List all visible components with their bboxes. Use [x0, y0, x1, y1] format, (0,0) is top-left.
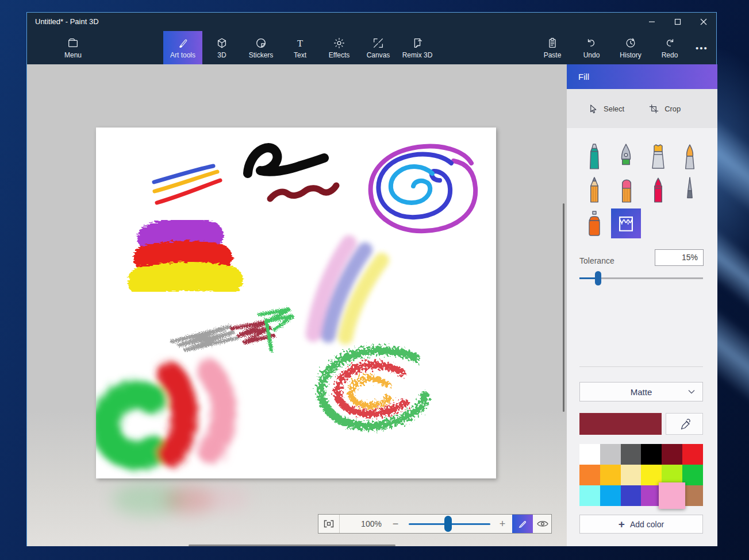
- zoom-in-button[interactable]: +: [494, 515, 510, 533]
- canvas-reflection: [202, 486, 248, 511]
- tolerance-input[interactable]: 15%: [655, 249, 704, 266]
- effects-sun-icon: [333, 37, 345, 49]
- palette-swatch[interactable]: [682, 465, 703, 485]
- close-button[interactable]: [690, 13, 716, 31]
- horizontal-scrollbar[interactable]: [189, 544, 395, 546]
- zoom-bar: 100% − +: [318, 514, 552, 534]
- panel-header: Fill: [567, 64, 717, 89]
- canvas-artwork: [96, 128, 496, 478]
- finish-value: Matte: [631, 387, 652, 397]
- brush-watercolour[interactable]: [674, 140, 705, 173]
- stroke-oil: [142, 231, 229, 281]
- stroke-crayon-scribble: [172, 309, 293, 350]
- fit-to-view-button[interactable]: [318, 515, 340, 533]
- tab-stickers[interactable]: Stickers: [241, 31, 281, 64]
- color-row: [579, 413, 703, 435]
- redo-button[interactable]: Redo: [650, 31, 689, 64]
- cube-icon: [216, 37, 228, 49]
- palette-swatch[interactable]: [682, 444, 703, 465]
- select-button[interactable]: Select: [587, 103, 624, 114]
- tolerance-label: Tolerance: [579, 256, 614, 265]
- svg-text:T: T: [297, 38, 303, 49]
- stroke-black-squiggle: [248, 148, 336, 199]
- crop-button[interactable]: Crop: [648, 103, 681, 114]
- palette-swatch[interactable]: [621, 465, 642, 485]
- maximize-button[interactable]: [665, 13, 690, 31]
- palette-swatch[interactable]: [600, 444, 621, 465]
- paint3d-window: Untitled* - Paint 3D Menu Art tools: [26, 12, 717, 546]
- tab-effects[interactable]: Effects: [320, 31, 359, 64]
- tab-remix-3d[interactable]: Remix 3D: [398, 31, 437, 64]
- zoom-out-button[interactable]: −: [387, 515, 404, 533]
- undo-button[interactable]: Undo: [572, 31, 611, 64]
- toolbar-actions: Paste Undo History Redo •••: [533, 31, 715, 64]
- menu-button[interactable]: Menu: [53, 31, 93, 64]
- view-eye-button[interactable]: [533, 515, 552, 533]
- toolbar: Menu Art tools 3D Stickers T Text: [27, 31, 716, 64]
- palette-swatch[interactable]: [621, 485, 642, 506]
- palette-swatch[interactable]: [662, 444, 682, 465]
- chevron-down-icon: [687, 388, 696, 396]
- palette-swatch[interactable]: [579, 444, 600, 465]
- panel-title: Fill: [578, 64, 589, 89]
- fill-panel: Fill Select Crop: [567, 64, 717, 546]
- title-bar: Untitled* - Paint 3D: [27, 13, 716, 31]
- palette-swatch[interactable]: [579, 485, 600, 506]
- tolerance-slider[interactable]: [579, 277, 703, 279]
- palette-swatch[interactable]: [600, 465, 621, 485]
- plus-icon: +: [619, 519, 625, 530]
- brush-pixel-pen[interactable]: [674, 173, 705, 207]
- tab-text[interactable]: T Text: [281, 31, 320, 64]
- palette-swatch[interactable]: [682, 485, 703, 506]
- stroke-watercolour: [313, 243, 382, 337]
- current-color-swatch[interactable]: [579, 413, 662, 435]
- undo-icon: [585, 37, 598, 49]
- brush-marker[interactable]: [579, 140, 610, 173]
- select-crop-bar: Select Crop: [567, 89, 717, 128]
- zoom-slider[interactable]: [409, 523, 490, 525]
- zoom-slider-thumb[interactable]: [444, 516, 452, 532]
- panel-divider: [579, 366, 703, 367]
- palette-swatch[interactable]: [659, 482, 685, 509]
- brush-pencil[interactable]: [579, 173, 610, 207]
- stroke-spiral: [371, 146, 476, 231]
- tolerance-slider-thumb[interactable]: [595, 271, 601, 285]
- eyedropper-icon: [679, 418, 690, 430]
- palette-swatch[interactable]: [621, 444, 642, 465]
- fit-icon: [324, 520, 334, 528]
- text-icon: T: [294, 37, 306, 49]
- vertical-scrollbar[interactable]: [563, 203, 564, 412]
- drawing-canvas[interactable]: [96, 128, 496, 478]
- tab-3d[interactable]: 3D: [202, 31, 241, 64]
- brush-fill[interactable]: [610, 207, 642, 240]
- canvas-expand-icon: [372, 37, 385, 49]
- palette-swatch[interactable]: [641, 444, 662, 465]
- brush-grid: [578, 140, 706, 240]
- finish-dropdown[interactable]: Matte: [579, 382, 703, 401]
- stroke-marker-lines: [154, 166, 220, 203]
- brush-oil[interactable]: [643, 140, 674, 173]
- brush-calligraphy-pen[interactable]: [610, 140, 642, 173]
- redo-icon: [663, 37, 676, 49]
- history-button[interactable]: History: [611, 31, 650, 64]
- tab-art-tools[interactable]: Art tools: [163, 31, 202, 64]
- eyedropper-button[interactable]: [666, 413, 703, 435]
- brush-eraser[interactable]: [610, 173, 642, 207]
- brush-crayon[interactable]: [643, 173, 674, 207]
- palette-grid: [579, 444, 703, 506]
- stroke-spray-blobs: [106, 372, 224, 455]
- brush-spray-can[interactable]: [579, 207, 610, 240]
- add-color-label: Add color: [630, 520, 664, 529]
- palette-swatch[interactable]: [579, 465, 600, 485]
- add-color-button[interactable]: + Add color: [579, 515, 703, 534]
- tab-canvas[interactable]: Canvas: [359, 31, 398, 64]
- pen-mode-button[interactable]: [512, 515, 533, 533]
- menu-folder-icon: [67, 37, 79, 49]
- palette-swatch[interactable]: [600, 485, 621, 506]
- sticker-icon: [255, 37, 267, 49]
- brush-icon: [176, 37, 189, 49]
- minimize-button[interactable]: [639, 13, 665, 31]
- paste-button[interactable]: Paste: [533, 31, 572, 64]
- crop-icon: [648, 103, 659, 114]
- more-button[interactable]: •••: [689, 31, 715, 64]
